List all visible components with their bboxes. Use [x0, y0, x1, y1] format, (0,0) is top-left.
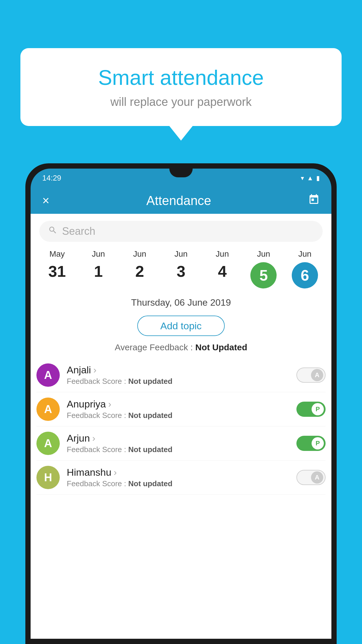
date-circle-green: 5 [250, 262, 277, 288]
student-name-anjali: Anjali [67, 364, 289, 376]
screen-content: Search May 31 Jun 1 Jun 2 Jun 3 [31, 214, 331, 639]
calendar-icon[interactable] [308, 194, 320, 208]
status-icons: ▾ ▲ ▮ [301, 174, 320, 182]
toggle-knob-anjali: A [311, 369, 323, 381]
date-item-jun3[interactable]: Jun 3 [166, 249, 196, 280]
student-name-arjun: Arjun [67, 433, 289, 444]
speech-bubble-title: Smart attendance [44, 66, 318, 90]
avatar-himanshu: H [36, 466, 60, 489]
student-feedback-arjun: Feedback Score : Not updated [67, 445, 289, 454]
date-month-0: May [49, 249, 65, 259]
app-header: × Attendance [31, 188, 331, 214]
toggle-knob-himanshu: A [311, 471, 323, 484]
date-month-3: Jun [174, 249, 187, 259]
date-month-4: Jun [216, 249, 229, 259]
student-name-anupriya: Anupriya [67, 398, 289, 410]
wifi-icon: ▾ [301, 174, 304, 182]
date-circle-blue: 6 [292, 262, 318, 288]
battery-icon: ▮ [316, 174, 320, 182]
toggle-himanshu[interactable]: A [296, 470, 326, 485]
date-item-may31[interactable]: May 31 [43, 249, 72, 280]
speech-bubble-container: Smart attendance will replace your paper… [20, 48, 342, 141]
search-bar[interactable]: Search [39, 221, 323, 242]
header-title: Attendance [146, 193, 211, 208]
student-item-anjali[interactable]: A Anjali Feedback Score : Not updated A [36, 358, 326, 392]
toggle-anupriya[interactable]: P [296, 402, 326, 417]
signal-icon: ▲ [307, 174, 313, 182]
student-info-arjun: Arjun Feedback Score : Not updated [67, 433, 289, 454]
student-feedback-himanshu: Feedback Score : Not updated [67, 479, 289, 488]
status-bar: 14:29 ▾ ▲ ▮ [31, 169, 331, 188]
date-month-2: Jun [133, 249, 146, 259]
student-item-himanshu[interactable]: H Himanshu Feedback Score : Not updated … [36, 461, 326, 495]
student-item-anupriya[interactable]: A Anupriya Feedback Score : Not updated … [36, 392, 326, 426]
student-name-himanshu: Himanshu [67, 467, 289, 478]
student-list: A Anjali Feedback Score : Not updated A … [31, 358, 331, 495]
add-topic-button[interactable]: Add topic [137, 316, 225, 336]
status-time: 14:29 [42, 174, 61, 183]
avatar-arjun: A [36, 432, 60, 455]
date-day-2: 2 [135, 262, 144, 280]
student-item-arjun[interactable]: A Arjun Feedback Score : Not updated P [36, 426, 326, 461]
date-picker: May 31 Jun 1 Jun 2 Jun 3 Jun 4 [31, 246, 331, 291]
avatar-anjali: A [36, 363, 60, 387]
speech-bubble-subtitle: will replace your paperwork [44, 95, 318, 108]
date-info: Thursday, 06 June 2019 [31, 291, 331, 311]
date-day-4: 4 [218, 262, 227, 280]
close-icon[interactable]: × [42, 194, 50, 208]
search-placeholder: Search [62, 225, 95, 237]
speech-bubble: Smart attendance will replace your paper… [20, 48, 342, 126]
date-item-jun1[interactable]: Jun 1 [84, 249, 113, 280]
date-item-jun5[interactable]: Jun 5 [249, 249, 278, 288]
date-day-0: 31 [48, 262, 66, 280]
date-item-jun6[interactable]: Jun 6 [290, 249, 319, 288]
average-feedback: Average Feedback : Not Updated [31, 341, 331, 358]
student-info-anupriya: Anupriya Feedback Score : Not updated [67, 398, 289, 420]
date-month-5: Jun [257, 249, 270, 259]
date-item-jun2[interactable]: Jun 2 [125, 249, 154, 280]
student-info-himanshu: Himanshu Feedback Score : Not updated [67, 467, 289, 488]
student-feedback-anjali: Feedback Score : Not updated [67, 377, 289, 386]
phone-inner: 14:29 ▾ ▲ ▮ × Attendance [31, 169, 331, 639]
date-item-jun4[interactable]: Jun 4 [208, 249, 237, 280]
toggle-anjali[interactable]: A [296, 368, 326, 383]
student-feedback-anupriya: Feedback Score : Not updated [67, 411, 289, 420]
average-feedback-label: Average Feedback : [115, 342, 193, 352]
avatar-anupriya: A [36, 398, 60, 421]
date-day-1: 1 [94, 262, 103, 280]
phone-container: 14:29 ▾ ▲ ▮ × Attendance [25, 163, 337, 644]
toggle-arjun[interactable]: P [296, 436, 326, 451]
date-day-3: 3 [177, 262, 185, 280]
average-feedback-value: Not Updated [195, 342, 247, 352]
bottom-fade [31, 615, 331, 639]
search-icon [48, 225, 57, 237]
toggle-knob-arjun: P [312, 437, 324, 449]
speech-bubble-arrow [169, 126, 193, 141]
selected-date: Thursday, 06 June 2019 [131, 297, 231, 308]
toggle-knob-anupriya: P [312, 403, 324, 415]
date-month-1: Jun [92, 249, 105, 259]
student-info-anjali: Anjali Feedback Score : Not updated [67, 364, 289, 386]
date-month-6: Jun [298, 249, 311, 259]
